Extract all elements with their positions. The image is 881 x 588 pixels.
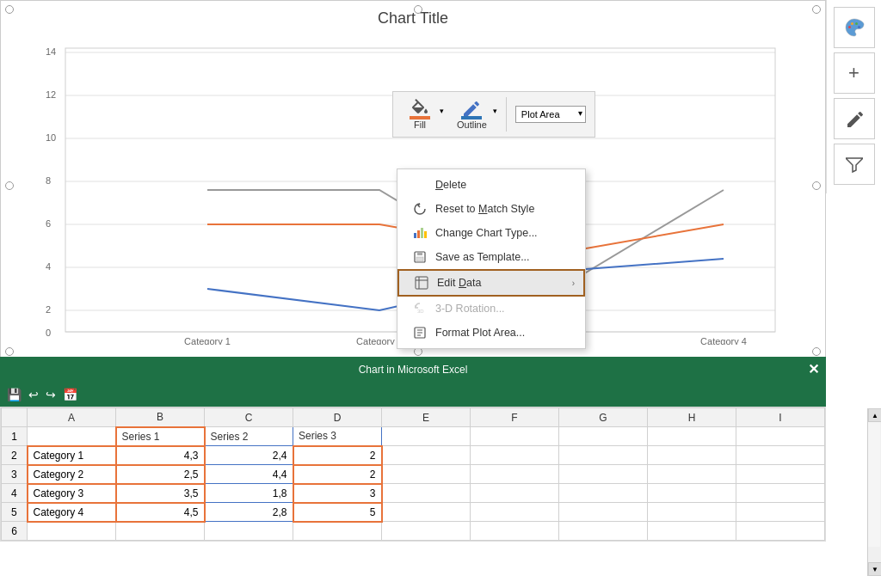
cell-6c[interactable] bbox=[205, 522, 293, 541]
outline-button[interactable]: Outline bbox=[453, 96, 491, 132]
cell-1i[interactable] bbox=[736, 427, 825, 446]
cell-4e[interactable] bbox=[382, 484, 471, 503]
outline-label: Outline bbox=[457, 119, 487, 130]
cell-5f[interactable] bbox=[471, 503, 559, 522]
scroll-down-button[interactable]: ▼ bbox=[868, 562, 881, 576]
cell-5b[interactable]: 4,5 bbox=[116, 503, 205, 522]
excel-save-button[interactable]: 💾 bbox=[7, 388, 22, 401]
menu-edit-data-label: Edit Data bbox=[437, 277, 481, 289]
cell-4f[interactable] bbox=[471, 484, 559, 503]
cell-1a[interactable] bbox=[28, 427, 116, 446]
cell-1c[interactable]: Series 2 bbox=[205, 427, 293, 446]
excel-redo-button[interactable]: ↪ bbox=[46, 388, 56, 401]
menu-item-rotation: 3D 3-D Rotation... bbox=[397, 297, 585, 321]
cell-1g[interactable] bbox=[559, 427, 648, 446]
cell-3f[interactable] bbox=[471, 465, 559, 484]
svg-text:6: 6 bbox=[46, 218, 51, 229]
cell-6g[interactable] bbox=[559, 522, 648, 541]
scroll-up-button[interactable]: ▲ bbox=[868, 408, 881, 422]
cell-5c[interactable]: 2,8 bbox=[205, 503, 293, 522]
cell-2a[interactable]: Category 1 bbox=[28, 446, 116, 465]
outline-dropdown[interactable]: ▾ bbox=[493, 107, 497, 115]
cell-2g[interactable] bbox=[559, 446, 648, 465]
cell-1d[interactable]: Series 3 bbox=[293, 427, 382, 446]
col-header-c[interactable]: C bbox=[205, 408, 293, 427]
excel-calendar-button[interactable]: 📅 bbox=[63, 388, 77, 401]
vertical-scrollbar[interactable]: ▲ ▼ bbox=[867, 408, 881, 576]
col-header-e[interactable]: E bbox=[382, 408, 471, 427]
cell-6a[interactable] bbox=[28, 522, 116, 541]
cell-2f[interactable] bbox=[471, 446, 559, 465]
handle-top-right[interactable] bbox=[812, 5, 821, 14]
cell-4i[interactable] bbox=[736, 484, 825, 503]
cell-1b[interactable]: Series 1 bbox=[116, 427, 205, 446]
menu-item-edit-data[interactable]: Edit Data › bbox=[397, 269, 585, 297]
cell-2e[interactable] bbox=[382, 446, 471, 465]
area-select[interactable]: Plot Area Chart Area Series 1 Series 2 S… bbox=[515, 106, 586, 123]
cell-6d[interactable] bbox=[293, 522, 382, 541]
cell-5h[interactable] bbox=[648, 503, 736, 522]
cell-5g[interactable] bbox=[559, 503, 648, 522]
col-header-i[interactable]: I bbox=[736, 408, 825, 427]
cell-6h[interactable] bbox=[648, 522, 736, 541]
cell-6e[interactable] bbox=[382, 522, 471, 541]
cell-4g[interactable] bbox=[559, 484, 648, 503]
handle-bot-right[interactable] bbox=[812, 347, 821, 356]
cell-4c[interactable]: 1,8 bbox=[205, 484, 293, 503]
menu-item-reset[interactable]: Reset to Match Style bbox=[397, 197, 585, 221]
cell-3g[interactable] bbox=[559, 465, 648, 484]
cell-4h[interactable] bbox=[648, 484, 736, 503]
chart-style-button[interactable] bbox=[834, 98, 875, 139]
cell-6f[interactable] bbox=[471, 522, 559, 541]
fill-button[interactable]: Fill bbox=[402, 96, 438, 132]
cell-4b[interactable]: 3,5 bbox=[116, 484, 205, 503]
cell-5d[interactable]: 5 bbox=[293, 503, 382, 522]
handle-mid-right[interactable] bbox=[812, 181, 821, 190]
menu-rotation-label: 3-D Rotation... bbox=[435, 303, 505, 315]
cell-6i[interactable] bbox=[736, 522, 825, 541]
menu-item-save-template[interactable]: Save as Template... bbox=[397, 245, 585, 269]
add-element-button[interactable]: + bbox=[834, 52, 875, 94]
cell-4d[interactable]: 3 bbox=[293, 484, 382, 503]
col-header-d[interactable]: D bbox=[293, 408, 382, 427]
cell-1f[interactable] bbox=[471, 427, 559, 446]
col-header-f[interactable]: F bbox=[471, 408, 559, 427]
cell-2h[interactable] bbox=[648, 446, 736, 465]
cell-3h[interactable] bbox=[648, 465, 736, 484]
chart-area: Chart Title 14 12 10 8 6 4 2 0 Category bbox=[0, 0, 826, 361]
cell-3c[interactable]: 4,4 bbox=[205, 465, 293, 484]
handle-top-center[interactable] bbox=[414, 5, 422, 14]
cell-2i[interactable] bbox=[736, 446, 825, 465]
handle-top-left[interactable] bbox=[5, 5, 14, 14]
col-header-h[interactable]: H bbox=[648, 408, 736, 427]
color-palette-button[interactable] bbox=[834, 7, 875, 48]
cell-6b[interactable] bbox=[116, 522, 205, 541]
cell-5a[interactable]: Category 4 bbox=[28, 503, 116, 522]
menu-item-change-type[interactable]: Change Chart Type... bbox=[397, 221, 585, 245]
col-header-g[interactable]: G bbox=[559, 408, 648, 427]
cell-3e[interactable] bbox=[382, 465, 471, 484]
cell-5i[interactable] bbox=[736, 503, 825, 522]
fill-dropdown[interactable]: ▾ bbox=[440, 107, 444, 115]
cell-3b[interactable]: 2,5 bbox=[116, 465, 205, 484]
cell-1e[interactable] bbox=[382, 427, 471, 446]
cell-3i[interactable] bbox=[736, 465, 825, 484]
col-header-a[interactable]: A bbox=[28, 408, 116, 427]
handle-bot-left[interactable] bbox=[5, 347, 14, 356]
excel-close-button[interactable]: ✕ bbox=[808, 361, 819, 377]
cell-3d[interactable]: 2 bbox=[293, 465, 382, 484]
cell-3a[interactable]: Category 2 bbox=[28, 465, 116, 484]
excel-undo-button[interactable]: ↩ bbox=[28, 388, 39, 401]
cell-1h[interactable] bbox=[648, 427, 736, 446]
cell-2b[interactable]: 4,3 bbox=[116, 446, 205, 465]
menu-item-delete[interactable]: Delete bbox=[397, 173, 585, 197]
area-select-wrapper[interactable]: Plot Area Chart Area Series 1 Series 2 S… bbox=[515, 106, 586, 123]
cell-2c[interactable]: 2,4 bbox=[205, 446, 293, 465]
cell-2d[interactable]: 2 bbox=[293, 446, 382, 465]
cell-5e[interactable] bbox=[382, 503, 471, 522]
filter-button[interactable] bbox=[834, 144, 875, 185]
menu-item-format[interactable]: Format Plot Area... bbox=[397, 321, 585, 345]
cell-4a[interactable]: Category 3 bbox=[28, 484, 116, 503]
handle-mid-left[interactable] bbox=[5, 181, 14, 190]
col-header-b[interactable]: B bbox=[116, 408, 205, 427]
